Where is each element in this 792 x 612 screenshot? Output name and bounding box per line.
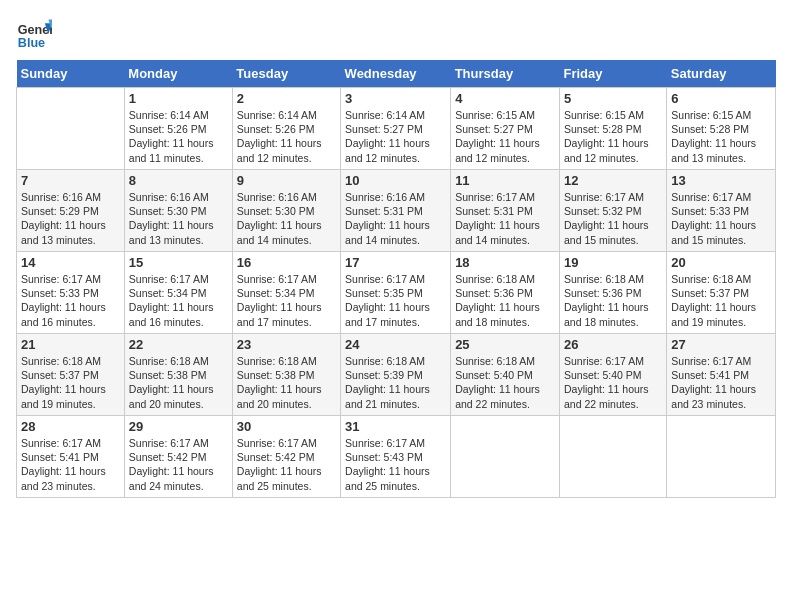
day-number: 14 xyxy=(21,255,120,270)
week-row-1: 1Sunrise: 6:14 AM Sunset: 5:26 PM Daylig… xyxy=(17,88,776,170)
calendar-cell: 24Sunrise: 6:18 AM Sunset: 5:39 PM Dayli… xyxy=(341,334,451,416)
day-number: 8 xyxy=(129,173,228,188)
col-header-tuesday: Tuesday xyxy=(232,60,340,88)
week-row-5: 28Sunrise: 6:17 AM Sunset: 5:41 PM Dayli… xyxy=(17,416,776,498)
day-number: 13 xyxy=(671,173,771,188)
svg-text:Blue: Blue xyxy=(18,36,45,50)
calendar-cell xyxy=(559,416,666,498)
day-info: Sunrise: 6:18 AM Sunset: 5:37 PM Dayligh… xyxy=(671,272,771,329)
calendar-cell: 22Sunrise: 6:18 AM Sunset: 5:38 PM Dayli… xyxy=(124,334,232,416)
day-number: 22 xyxy=(129,337,228,352)
day-info: Sunrise: 6:17 AM Sunset: 5:35 PM Dayligh… xyxy=(345,272,446,329)
day-number: 21 xyxy=(21,337,120,352)
day-info: Sunrise: 6:18 AM Sunset: 5:36 PM Dayligh… xyxy=(455,272,555,329)
calendar-cell: 1Sunrise: 6:14 AM Sunset: 5:26 PM Daylig… xyxy=(124,88,232,170)
day-number: 5 xyxy=(564,91,662,106)
day-number: 29 xyxy=(129,419,228,434)
day-info: Sunrise: 6:17 AM Sunset: 5:34 PM Dayligh… xyxy=(237,272,336,329)
calendar-cell: 10Sunrise: 6:16 AM Sunset: 5:31 PM Dayli… xyxy=(341,170,451,252)
col-header-sunday: Sunday xyxy=(17,60,125,88)
calendar-cell: 14Sunrise: 6:17 AM Sunset: 5:33 PM Dayli… xyxy=(17,252,125,334)
day-info: Sunrise: 6:18 AM Sunset: 5:40 PM Dayligh… xyxy=(455,354,555,411)
day-number: 18 xyxy=(455,255,555,270)
col-header-saturday: Saturday xyxy=(667,60,776,88)
calendar-cell xyxy=(667,416,776,498)
day-number: 17 xyxy=(345,255,446,270)
calendar-cell: 7Sunrise: 6:16 AM Sunset: 5:29 PM Daylig… xyxy=(17,170,125,252)
week-row-2: 7Sunrise: 6:16 AM Sunset: 5:29 PM Daylig… xyxy=(17,170,776,252)
day-info: Sunrise: 6:17 AM Sunset: 5:33 PM Dayligh… xyxy=(21,272,120,329)
calendar-cell: 2Sunrise: 6:14 AM Sunset: 5:26 PM Daylig… xyxy=(232,88,340,170)
week-row-3: 14Sunrise: 6:17 AM Sunset: 5:33 PM Dayli… xyxy=(17,252,776,334)
calendar-cell: 21Sunrise: 6:18 AM Sunset: 5:37 PM Dayli… xyxy=(17,334,125,416)
day-info: Sunrise: 6:17 AM Sunset: 5:33 PM Dayligh… xyxy=(671,190,771,247)
day-number: 16 xyxy=(237,255,336,270)
day-number: 27 xyxy=(671,337,771,352)
day-info: Sunrise: 6:17 AM Sunset: 5:42 PM Dayligh… xyxy=(237,436,336,493)
day-number: 25 xyxy=(455,337,555,352)
day-info: Sunrise: 6:14 AM Sunset: 5:26 PM Dayligh… xyxy=(237,108,336,165)
day-info: Sunrise: 6:15 AM Sunset: 5:28 PM Dayligh… xyxy=(564,108,662,165)
day-number: 1 xyxy=(129,91,228,106)
logo-icon: General Blue xyxy=(16,16,52,52)
day-info: Sunrise: 6:16 AM Sunset: 5:29 PM Dayligh… xyxy=(21,190,120,247)
calendar-cell xyxy=(451,416,560,498)
calendar-cell: 6Sunrise: 6:15 AM Sunset: 5:28 PM Daylig… xyxy=(667,88,776,170)
day-info: Sunrise: 6:16 AM Sunset: 5:30 PM Dayligh… xyxy=(129,190,228,247)
calendar-cell: 11Sunrise: 6:17 AM Sunset: 5:31 PM Dayli… xyxy=(451,170,560,252)
day-info: Sunrise: 6:14 AM Sunset: 5:26 PM Dayligh… xyxy=(129,108,228,165)
day-info: Sunrise: 6:15 AM Sunset: 5:27 PM Dayligh… xyxy=(455,108,555,165)
day-number: 6 xyxy=(671,91,771,106)
day-info: Sunrise: 6:18 AM Sunset: 5:39 PM Dayligh… xyxy=(345,354,446,411)
calendar-cell: 27Sunrise: 6:17 AM Sunset: 5:41 PM Dayli… xyxy=(667,334,776,416)
col-header-thursday: Thursday xyxy=(451,60,560,88)
calendar-cell: 29Sunrise: 6:17 AM Sunset: 5:42 PM Dayli… xyxy=(124,416,232,498)
calendar-cell: 28Sunrise: 6:17 AM Sunset: 5:41 PM Dayli… xyxy=(17,416,125,498)
day-number: 4 xyxy=(455,91,555,106)
day-info: Sunrise: 6:17 AM Sunset: 5:32 PM Dayligh… xyxy=(564,190,662,247)
day-number: 28 xyxy=(21,419,120,434)
col-header-friday: Friday xyxy=(559,60,666,88)
day-number: 2 xyxy=(237,91,336,106)
day-number: 9 xyxy=(237,173,336,188)
day-info: Sunrise: 6:17 AM Sunset: 5:41 PM Dayligh… xyxy=(671,354,771,411)
calendar-cell: 4Sunrise: 6:15 AM Sunset: 5:27 PM Daylig… xyxy=(451,88,560,170)
day-info: Sunrise: 6:18 AM Sunset: 5:38 PM Dayligh… xyxy=(129,354,228,411)
day-number: 15 xyxy=(129,255,228,270)
col-header-wednesday: Wednesday xyxy=(341,60,451,88)
calendar-cell: 23Sunrise: 6:18 AM Sunset: 5:38 PM Dayli… xyxy=(232,334,340,416)
calendar-cell: 25Sunrise: 6:18 AM Sunset: 5:40 PM Dayli… xyxy=(451,334,560,416)
calendar-cell: 8Sunrise: 6:16 AM Sunset: 5:30 PM Daylig… xyxy=(124,170,232,252)
calendar-cell: 30Sunrise: 6:17 AM Sunset: 5:42 PM Dayli… xyxy=(232,416,340,498)
day-number: 31 xyxy=(345,419,446,434)
day-info: Sunrise: 6:14 AM Sunset: 5:27 PM Dayligh… xyxy=(345,108,446,165)
day-info: Sunrise: 6:17 AM Sunset: 5:34 PM Dayligh… xyxy=(129,272,228,329)
page-header: General Blue xyxy=(16,16,776,52)
day-number: 24 xyxy=(345,337,446,352)
calendar-cell: 9Sunrise: 6:16 AM Sunset: 5:30 PM Daylig… xyxy=(232,170,340,252)
day-number: 10 xyxy=(345,173,446,188)
day-info: Sunrise: 6:16 AM Sunset: 5:31 PM Dayligh… xyxy=(345,190,446,247)
day-info: Sunrise: 6:15 AM Sunset: 5:28 PM Dayligh… xyxy=(671,108,771,165)
day-number: 7 xyxy=(21,173,120,188)
calendar-cell: 26Sunrise: 6:17 AM Sunset: 5:40 PM Dayli… xyxy=(559,334,666,416)
day-info: Sunrise: 6:17 AM Sunset: 5:40 PM Dayligh… xyxy=(564,354,662,411)
day-number: 26 xyxy=(564,337,662,352)
calendar-cell: 19Sunrise: 6:18 AM Sunset: 5:36 PM Dayli… xyxy=(559,252,666,334)
day-number: 23 xyxy=(237,337,336,352)
calendar-cell: 12Sunrise: 6:17 AM Sunset: 5:32 PM Dayli… xyxy=(559,170,666,252)
calendar-cell: 17Sunrise: 6:17 AM Sunset: 5:35 PM Dayli… xyxy=(341,252,451,334)
day-number: 11 xyxy=(455,173,555,188)
calendar-cell: 15Sunrise: 6:17 AM Sunset: 5:34 PM Dayli… xyxy=(124,252,232,334)
calendar-cell: 3Sunrise: 6:14 AM Sunset: 5:27 PM Daylig… xyxy=(341,88,451,170)
calendar-cell: 31Sunrise: 6:17 AM Sunset: 5:43 PM Dayli… xyxy=(341,416,451,498)
logo: General Blue xyxy=(16,16,52,52)
calendar-cell: 5Sunrise: 6:15 AM Sunset: 5:28 PM Daylig… xyxy=(559,88,666,170)
day-info: Sunrise: 6:17 AM Sunset: 5:42 PM Dayligh… xyxy=(129,436,228,493)
day-info: Sunrise: 6:18 AM Sunset: 5:36 PM Dayligh… xyxy=(564,272,662,329)
day-info: Sunrise: 6:18 AM Sunset: 5:38 PM Dayligh… xyxy=(237,354,336,411)
day-number: 30 xyxy=(237,419,336,434)
day-number: 19 xyxy=(564,255,662,270)
calendar-cell: 18Sunrise: 6:18 AM Sunset: 5:36 PM Dayli… xyxy=(451,252,560,334)
day-info: Sunrise: 6:16 AM Sunset: 5:30 PM Dayligh… xyxy=(237,190,336,247)
